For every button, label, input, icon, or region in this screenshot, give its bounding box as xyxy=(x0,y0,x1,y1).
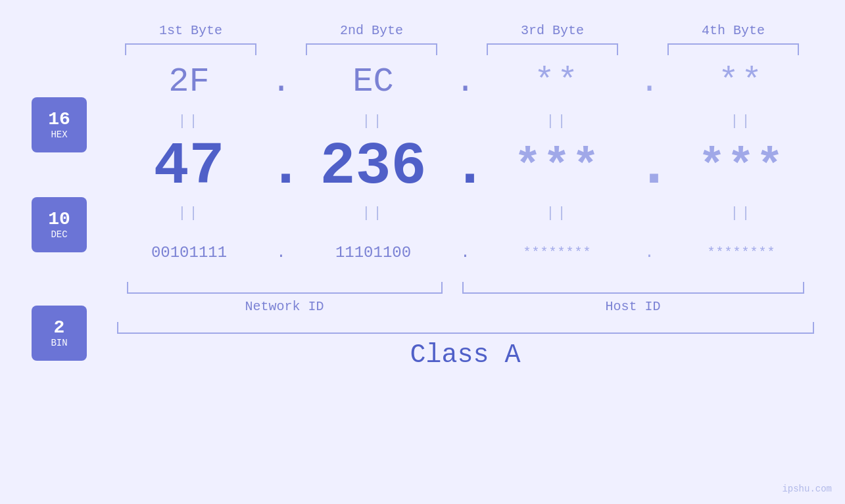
bin-dot-1: . xyxy=(268,244,295,262)
dec-row: 47 . 236 . *** . *** xyxy=(117,134,814,200)
bracket-top-3 xyxy=(487,43,618,55)
host-bracket xyxy=(462,282,804,294)
dec-badge: 10 DEC xyxy=(32,197,87,252)
big-bracket xyxy=(117,322,814,334)
equals-row-2: || || || || xyxy=(117,200,814,226)
equals-1: || xyxy=(124,113,255,129)
bracket-top-4 xyxy=(667,43,799,55)
hex-dot-2: . xyxy=(452,62,479,101)
bin-badge: 2 BIN xyxy=(32,306,87,361)
bracket-top-2 xyxy=(306,43,437,55)
equals-5: || xyxy=(124,205,255,221)
col-header-4: 4th Byte xyxy=(654,23,812,38)
col-header-1: 1st Byte xyxy=(112,23,270,38)
bin-dot-2: . xyxy=(452,244,479,262)
hex-val-4: ** xyxy=(676,62,808,101)
hex-badge: 16 HEX xyxy=(32,97,87,152)
bin-val-4: ******** xyxy=(676,245,808,260)
hex-badge-num: 16 xyxy=(48,110,70,130)
dec-dot-3: . xyxy=(637,137,663,196)
top-brackets xyxy=(101,43,824,55)
id-labels: Network ID Host ID xyxy=(117,299,814,314)
dec-val-3: *** xyxy=(492,141,623,193)
hex-val-1: 2F xyxy=(124,62,255,101)
bin-dot-3: . xyxy=(637,244,663,262)
hex-dot-1: . xyxy=(268,62,295,101)
equals-7: || xyxy=(492,205,623,221)
bin-val-3: ******** xyxy=(492,245,623,260)
dec-val-2: 236 xyxy=(308,137,439,196)
bin-badge-num: 2 xyxy=(54,318,65,338)
hex-row: 2F . EC . ** . ** xyxy=(117,55,814,108)
network-id-label: Network ID xyxy=(127,299,443,314)
dec-dot-2: . xyxy=(452,137,479,196)
column-headers: 1st Byte 2nd Byte 3rd Byte 4th Byte xyxy=(101,23,824,38)
hex-dot-3: . xyxy=(637,62,663,101)
bin-val-1: 00101111 xyxy=(124,244,255,262)
equals-2: || xyxy=(308,113,439,129)
hex-val-3: ** xyxy=(492,62,623,101)
bin-val-2: 11101100 xyxy=(308,244,439,262)
bracket-top-1 xyxy=(125,43,256,55)
dec-badge-label: DEC xyxy=(51,229,67,240)
dec-dot-1: . xyxy=(268,137,295,196)
network-bracket xyxy=(127,282,443,294)
equals-6: || xyxy=(308,205,439,221)
hex-badge-label: HEX xyxy=(51,129,67,140)
dec-val-4: *** xyxy=(676,141,808,193)
equals-row-1: || || || || xyxy=(117,108,814,134)
col-header-3: 3rd Byte xyxy=(473,23,631,38)
equals-3: || xyxy=(492,113,623,129)
class-label: Class A xyxy=(117,340,814,370)
hex-val-2: EC xyxy=(308,62,439,101)
main-container: 16 HEX 10 DEC 2 BIN 1st Byte 2nd Byte 3r… xyxy=(0,0,845,504)
dec-badge-num: 10 xyxy=(48,210,70,230)
big-bracket-wrap xyxy=(117,322,814,334)
bin-badge-label: BIN xyxy=(51,338,67,348)
bin-row: 00101111 . 11101100 . ******** . *******… xyxy=(117,226,814,279)
dec-val-1: 47 xyxy=(124,137,255,196)
bottom-brackets xyxy=(117,282,814,294)
equals-4: || xyxy=(676,113,808,129)
col-header-2: 2nd Byte xyxy=(293,23,450,38)
equals-8: || xyxy=(676,205,808,221)
host-id-label: Host ID xyxy=(462,299,804,314)
watermark: ipshu.com xyxy=(782,484,832,494)
